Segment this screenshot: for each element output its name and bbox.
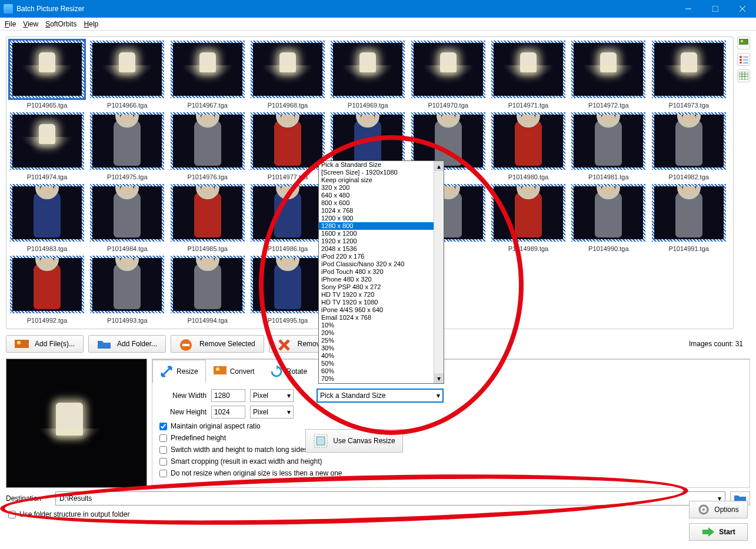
svg-rect-4	[739, 39, 748, 45]
menu-help[interactable]: Help	[82, 19, 101, 29]
no-upscale-checkbox[interactable]	[159, 470, 167, 477]
size-option[interactable]: 1200 x 900	[319, 215, 444, 222]
add-folder-button[interactable]: Add Folder...	[88, 335, 166, 353]
size-option[interactable]: 60%	[319, 367, 444, 375]
thumbnail-item[interactable]: P1014969.tga	[331, 41, 405, 110]
details-view-icon[interactable]	[737, 69, 750, 82]
size-option[interactable]: 70%	[319, 375, 444, 383]
thumbnail-item[interactable]: P1014984.tga	[90, 184, 164, 253]
menu-file[interactable]: File	[2, 19, 18, 29]
smart-crop-checkbox[interactable]	[159, 458, 167, 466]
thumbnail-item[interactable]: P1014973.tga	[652, 41, 726, 110]
list-view-icon[interactable]	[737, 53, 750, 66]
thumbnail-item[interactable]: P1014983.tga	[10, 184, 84, 253]
thumbnail-item[interactable]: P1014982.tga	[652, 112, 726, 182]
tab-convert[interactable]: Convert	[206, 360, 262, 383]
maximize-button[interactable]	[702, 0, 729, 18]
thumbnail-item[interactable]: P1014966.tga	[90, 41, 164, 110]
size-option[interactable]: 640 x 480	[319, 192, 444, 199]
size-option[interactable]: HD TV 1920 x 720	[319, 291, 444, 299]
thumbnail-filename: P1014983.tga	[27, 245, 68, 253]
size-option[interactable]: 800 x 600	[319, 199, 444, 207]
thumbnail-item[interactable]: P1014976.tga	[171, 112, 245, 182]
width-unit-dropdown[interactable]: Pixel▾	[250, 389, 294, 402]
size-option[interactable]: 1024 x 768	[319, 207, 444, 215]
scroll-down-icon[interactable]: ▾	[434, 373, 444, 383]
thumbnail-item[interactable]: P1014993.tga	[90, 256, 164, 325]
size-option[interactable]: Email 1024 x 768	[319, 314, 444, 322]
images-count: Images count: 31	[689, 340, 750, 348]
size-option[interactable]: 1600 x 1200	[319, 230, 444, 237]
thumbnail-item[interactable]: P1014970.tga	[411, 41, 485, 110]
thumbnail-item[interactable]: P1014972.tga	[571, 41, 645, 110]
standard-size-list[interactable]: ▴ ▾ Pick a Standard Size[Screen Size] - …	[318, 160, 444, 384]
new-width-label: New Width	[159, 391, 207, 400]
size-option[interactable]: [Screen Size] - 1920x1080	[319, 169, 444, 176]
svg-point-6	[740, 56, 742, 58]
size-option[interactable]: 1920 x 1200	[319, 237, 444, 245]
thumbnail-item[interactable]: P1014975.tga	[90, 112, 164, 182]
thumbnail-item[interactable]: P1014991.tga	[652, 184, 726, 253]
thumbnail-item[interactable]: P1014985.tga	[171, 184, 245, 253]
size-option[interactable]: Sony PSP 480 x 272	[319, 283, 444, 291]
thumbnail-item[interactable]: P1014971.tga	[491, 41, 565, 110]
standard-size-dropdown[interactable]: Pick a Standard Size▾	[317, 389, 443, 402]
thumbnail-item[interactable]: P1014992.tga	[10, 256, 84, 325]
remove-selected-button[interactable]: Remove Selected	[171, 335, 264, 353]
close-button[interactable]	[729, 0, 756, 18]
predefined-height-checkbox[interactable]	[159, 434, 167, 442]
start-button[interactable]: Start	[689, 523, 748, 541]
size-option[interactable]: 20%	[319, 329, 444, 337]
thumbnail-filename: P1014972.tga	[588, 102, 629, 110]
size-option[interactable]: 80%	[319, 383, 444, 384]
size-option[interactable]: Keep original size	[319, 176, 444, 184]
size-option[interactable]: iPhone 480 x 320	[319, 276, 444, 283]
tab-resize[interactable]: Resize	[152, 360, 206, 383]
size-option[interactable]: 1280 x 800	[319, 222, 444, 230]
size-option[interactable]: iPod Touch 480 x 320	[319, 268, 444, 276]
thumbnail-item[interactable]: P1014974.tga	[10, 112, 84, 182]
thumbnail-item[interactable]: P1014995.tga	[251, 256, 325, 325]
size-option[interactable]: iPone 4/4S 960 x 640	[319, 306, 444, 314]
scrollbar[interactable]: ▴ ▾	[434, 161, 444, 383]
view-toolbar	[734, 36, 750, 329]
use-folder-structure-checkbox[interactable]	[8, 511, 16, 518]
thumbnail-item[interactable]: P1014980.tga	[491, 112, 565, 182]
thumbnail-item[interactable]: P1014981.tga	[571, 112, 645, 182]
thumbnail-item[interactable]: P1014994.tga	[171, 256, 245, 325]
thumbnail-item[interactable]: P1014990.tga	[571, 184, 645, 253]
maintain-ratio-checkbox[interactable]	[159, 423, 167, 430]
remove-selected-label: Remove Selected	[199, 340, 255, 348]
menu-softorbits[interactable]: SoftOrbits	[43, 19, 79, 29]
thumbnail-item[interactable]: P1014967.tga	[171, 41, 245, 110]
size-option[interactable]: 10%	[319, 322, 444, 329]
thumbnails-view-icon[interactable]	[737, 36, 750, 49]
size-option[interactable]: HD TV 1920 x 1080	[319, 299, 444, 306]
size-option[interactable]: Pick a Standard Size	[319, 161, 444, 169]
thumbnail-item[interactable]: P1014977.tga	[251, 112, 325, 182]
add-files-button[interactable]: Add File(s)...	[6, 335, 84, 353]
size-option[interactable]: 2048 x 1536	[319, 245, 444, 253]
menu-view[interactable]: View	[21, 19, 41, 29]
canvas-resize-button[interactable]: Use Canvas Resize	[305, 429, 403, 453]
new-width-input[interactable]	[211, 389, 245, 402]
tab-rotate[interactable]: Rotate	[262, 360, 315, 383]
switch-sides-checkbox[interactable]	[159, 446, 167, 454]
size-option[interactable]: 30%	[319, 344, 444, 352]
scroll-up-icon[interactable]: ▴	[434, 161, 444, 171]
size-option[interactable]: 40%	[319, 352, 444, 360]
thumbnail-item[interactable]: P1014989.tga	[491, 184, 565, 253]
size-option[interactable]: 50%	[319, 360, 444, 367]
minimize-button[interactable]	[675, 0, 702, 18]
thumbnail-item[interactable]: P1014968.tga	[251, 41, 325, 110]
size-option[interactable]: 320 x 200	[319, 184, 444, 192]
destination-input[interactable]: D:\Results▾	[55, 491, 725, 506]
new-height-input[interactable]	[211, 406, 245, 419]
thumbnail-item[interactable]: P1014965.tga	[10, 41, 84, 110]
size-option[interactable]: iPod Classic/Nano 320 x 240	[319, 260, 444, 268]
size-option[interactable]: 25%	[319, 337, 444, 344]
thumbnail-item[interactable]: P1014986.tga	[251, 184, 325, 253]
options-button[interactable]: Options	[689, 501, 748, 518]
height-unit-dropdown[interactable]: Pixel▾	[250, 406, 294, 419]
size-option[interactable]: iPod 220 x 176	[319, 253, 444, 260]
